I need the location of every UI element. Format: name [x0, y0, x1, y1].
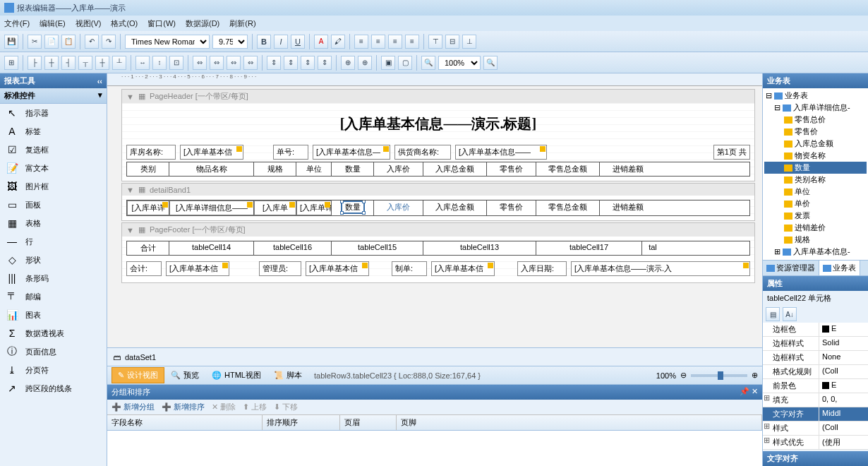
- tree-leaf[interactable]: 规格: [764, 234, 867, 246]
- prop-row[interactable]: ⊞填充0, 0,: [763, 393, 868, 407]
- same-height-button[interactable]: ↕: [152, 56, 167, 70]
- tree-leaf[interactable]: 类别名称: [764, 174, 867, 186]
- zoom-minus[interactable]: ⊖: [680, 371, 687, 380]
- tab-design[interactable]: ✎设计视图: [111, 367, 164, 383]
- align-justify-button[interactable]: ≡: [405, 35, 419, 49]
- same-size-button[interactable]: ⊡: [169, 56, 183, 70]
- tool-3[interactable]: 📝富文本: [0, 159, 107, 177]
- hspace-dec-button[interactable]: ⇔: [227, 56, 241, 70]
- valign-bottom-button[interactable]: ⊥: [462, 35, 476, 49]
- detail-table[interactable]: [入库单详 [入库单详细信息—— [入库单 [入库单详 数量: [126, 200, 750, 216]
- moveup-button[interactable]: ⬆上移: [243, 402, 267, 412]
- align-r-button[interactable]: ┤: [61, 56, 76, 70]
- tool-2[interactable]: ☑复选框: [0, 141, 107, 159]
- copy-button[interactable]: 📄: [44, 35, 59, 49]
- dataset-name[interactable]: dataSet1: [125, 353, 156, 362]
- tool-4[interactable]: 🖼图片框: [0, 177, 107, 196]
- tree-leaf[interactable]: 单位: [764, 186, 867, 198]
- tool-10[interactable]: 〒邮编: [0, 287, 107, 306]
- lbl-page[interactable]: 第1页 共: [713, 145, 750, 160]
- toolbox-section[interactable]: 标准控件▾: [0, 88, 107, 104]
- tool-15[interactable]: ↗跨区段的线条: [0, 379, 107, 398]
- paste-button[interactable]: 📋: [61, 35, 76, 49]
- add-sort-button[interactable]: ➕新增排序: [162, 402, 205, 412]
- lbl-maker[interactable]: 制单:: [392, 261, 427, 276]
- prop-row[interactable]: ⊞样式(Coll: [763, 422, 868, 436]
- tool-7[interactable]: —行: [0, 232, 107, 251]
- fld-supplier[interactable]: [入库单基本信息——: [455, 145, 547, 160]
- grid-button[interactable]: ⊞: [4, 56, 18, 70]
- redo-button[interactable]: ↷: [102, 35, 116, 49]
- lbl-manager[interactable]: 管理员:: [259, 261, 301, 276]
- pagefooter-band[interactable]: ▼▦PageFooter [一个带区/每页]: [122, 223, 754, 237]
- group-table-body[interactable]: [107, 431, 762, 466]
- center-v-button[interactable]: ⊕: [358, 56, 372, 70]
- tree-leaf[interactable]: 数量: [764, 162, 867, 174]
- font-select[interactable]: Times New Roman: [125, 35, 210, 49]
- menu-format[interactable]: 格式(O): [111, 18, 138, 29]
- tool-6[interactable]: ▦表格: [0, 214, 107, 232]
- dataset-icon[interactable]: 🗃: [113, 353, 121, 362]
- lbl-warehouse[interactable]: 库房名称:: [126, 145, 176, 160]
- tool-9[interactable]: |||条形码: [0, 269, 107, 287]
- tree-leaf[interactable]: 单价: [764, 198, 867, 210]
- fld-warehouse[interactable]: [入库单基本信: [180, 145, 243, 160]
- tab-preview[interactable]: 🔍预览: [164, 367, 205, 383]
- lbl-no[interactable]: 单号:: [273, 145, 308, 160]
- lbl-accountant[interactable]: 会计:: [126, 261, 162, 276]
- detail-band[interactable]: ▼▦detailBand1: [122, 184, 754, 196]
- tree-leaf[interactable]: 进销差价: [764, 222, 867, 234]
- props-az-button[interactable]: A↓: [783, 307, 797, 321]
- fontsize-select[interactable]: 9.75: [212, 35, 248, 49]
- prop-row[interactable]: 文字对齐Middl: [763, 407, 868, 422]
- zoom-out-button[interactable]: 🔍: [421, 56, 435, 70]
- align-b-button[interactable]: ┴: [112, 56, 126, 70]
- tab-resource[interactable]: 资源管理器: [763, 261, 819, 275]
- property-grid[interactable]: 边框色 E边框样式Solid边框样式None格式化规则(Coll前景色 E⊞填充…: [763, 323, 868, 450]
- delete-button[interactable]: ✕删除: [212, 402, 236, 412]
- align-left-button[interactable]: ≡: [354, 35, 368, 49]
- send-back-button[interactable]: ▢: [398, 56, 412, 70]
- tree-leaf[interactable]: 入库总金额: [764, 138, 867, 150]
- vspace-dec-button[interactable]: ⇕: [301, 56, 315, 70]
- prop-row[interactable]: 边框样式Solid: [763, 337, 868, 351]
- align-right-button[interactable]: ≡: [388, 35, 402, 49]
- center-h-button[interactable]: ⊕: [341, 56, 355, 70]
- prop-row[interactable]: 前景色 E: [763, 379, 868, 393]
- zoom-select[interactable]: 100%: [438, 56, 481, 70]
- tool-5[interactable]: ▭面板: [0, 196, 107, 214]
- vspace-button[interactable]: ⇕: [267, 56, 281, 70]
- menu-file[interactable]: 文件(F): [4, 18, 30, 29]
- prop-row[interactable]: 边框样式None: [763, 351, 868, 365]
- props-cat-button[interactable]: ▤: [766, 307, 780, 321]
- italic-button[interactable]: I: [274, 35, 288, 49]
- vspace-rem-button[interactable]: ⇕: [318, 56, 332, 70]
- tree-leaf[interactable]: 发票: [764, 210, 867, 222]
- tree-leaf[interactable]: 物资名称: [764, 150, 867, 162]
- zoom-slider[interactable]: [691, 374, 747, 377]
- add-group-button[interactable]: ➕新增分组: [111, 402, 155, 412]
- menu-window[interactable]: 窗口(W): [147, 18, 176, 29]
- bring-front-button[interactable]: ▣: [381, 56, 395, 70]
- zoom-in-button[interactable]: 🔍: [483, 56, 498, 70]
- tree-leaf[interactable]: 零售总价: [764, 114, 867, 126]
- business-tree[interactable]: ⊟业务表 ⊟入库单详细信息- 零售总价零售价入库总金额物资名称数量类别名称单位单…: [763, 88, 868, 260]
- tab-business[interactable]: 业务表: [819, 261, 860, 275]
- tool-12[interactable]: Σ数据透视表: [0, 324, 107, 342]
- forecolor-button[interactable]: A: [314, 35, 328, 49]
- fld-no[interactable]: [入库单基本信息—: [313, 145, 390, 160]
- tool-8[interactable]: ◇形状: [0, 251, 107, 269]
- prop-row[interactable]: 格式化规则(Coll: [763, 365, 868, 379]
- align-c-button[interactable]: ┼: [44, 56, 59, 70]
- bold-button[interactable]: B: [257, 35, 271, 49]
- lbl-supplier[interactable]: 供货商名称:: [394, 145, 451, 160]
- tool-13[interactable]: ⓘ页面信息: [0, 342, 107, 361]
- movedown-button[interactable]: ⬇下移: [274, 402, 298, 412]
- undo-button[interactable]: ↶: [85, 35, 99, 49]
- tool-11[interactable]: 📊图表: [0, 306, 107, 324]
- prop-row[interactable]: ⊞样式优先(使用: [763, 436, 868, 450]
- menu-datasource[interactable]: 数据源(D): [186, 18, 219, 29]
- menu-refresh[interactable]: 刷新(R): [229, 18, 255, 29]
- design-area[interactable]: · · · 1 · · · 2 · · · 3 · · · 4 · · · 5 …: [107, 73, 762, 347]
- menu-view[interactable]: 视图(V): [76, 18, 102, 29]
